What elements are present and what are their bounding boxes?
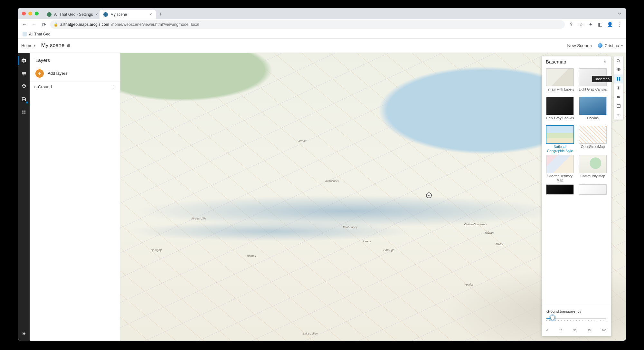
ground-transparency-slider[interactable] [546, 316, 606, 325]
basemap-item-dark-gray-canvas[interactable]: Dark Gray Canvas [545, 97, 575, 124]
sidepanel-icon[interactable]: ◧ [597, 22, 603, 27]
nav-back-button[interactable]: ← [21, 22, 28, 27]
basemap-gallery[interactable]: Terrain with Labels Light Gray Canvas Da… [542, 67, 611, 306]
tool-search-icon[interactable] [614, 56, 623, 65]
map-place-label: Lancy [363, 240, 371, 243]
user-avatar-icon [598, 43, 602, 48]
chevron-down-icon: ▾ [621, 44, 623, 47]
browser-tab-scene[interactable]: My scene × [99, 10, 156, 19]
tab-list-button[interactable] [618, 12, 621, 15]
tab-close-icon[interactable]: × [96, 12, 98, 17]
nav-save-icon[interactable] [21, 96, 27, 102]
map-place-label: Carouge [383, 248, 394, 252]
ground-transparency-section: Ground transparency 0 25 50 75 100 [542, 306, 611, 336]
basemap-item-charted-territory-map[interactable]: Charted Territory Map [545, 155, 575, 182]
tool-basemap-icon[interactable]: Basemap [614, 74, 623, 83]
profile-icon[interactable]: 👤 [607, 22, 613, 27]
scene-title[interactable]: My scene [41, 42, 71, 49]
map-place-label: Thônex [484, 231, 494, 234]
tool-share-icon[interactable] [614, 102, 623, 111]
tool-weather-icon[interactable] [614, 92, 623, 102]
slider-thumb[interactable] [550, 316, 555, 320]
nav-settings-icon[interactable] [21, 83, 27, 90]
layer-more-button[interactable]: ⋮ [111, 84, 116, 89]
map-place-label: Bernex [247, 254, 256, 258]
svg-point-5 [619, 114, 620, 115]
window-zoom-icon[interactable] [35, 12, 39, 15]
user-menu[interactable]: Cristina ▾ [598, 43, 623, 48]
tab-title: All That Geo - Settings [54, 12, 93, 17]
star-icon[interactable]: ☆ [578, 22, 584, 27]
map-place-label: Vernier [298, 139, 307, 142]
tool-layers-icon[interactable] [614, 65, 623, 74]
basemap-label: Light Gray Canvas [579, 87, 607, 95]
close-panel-button[interactable]: ✕ [603, 59, 607, 64]
map-view[interactable]: Vernier Avanchets Aire-la-Ville Cartigny… [120, 53, 626, 341]
nav-reload-button[interactable]: ⟳ [41, 22, 47, 28]
window-controls[interactable] [22, 12, 39, 15]
basemap-item-national-geographic-style[interactable]: National Geographic Style [545, 126, 575, 153]
basemap-panel: Basemap ✕ Terrain with Labels Light Gray… [542, 56, 611, 336]
browser-tabstrip: All That Geo - Settings × My scene × + [18, 8, 626, 19]
buildings-icon [66, 43, 71, 48]
new-tab-button[interactable]: + [156, 10, 165, 19]
extensions-icon[interactable]: ✦ [587, 22, 594, 27]
map-place-label: Veyrier [464, 283, 473, 286]
lock-icon: 🔒 [53, 22, 58, 27]
layer-item-ground[interactable]: › Ground ⋮ [30, 82, 120, 92]
basemap-thumb-icon [546, 126, 574, 144]
home-label: Home [21, 43, 33, 48]
tool-daylight-icon[interactable] [614, 83, 623, 92]
nav-present-icon[interactable] [21, 70, 27, 77]
nav-expand-icon[interactable] [21, 330, 27, 337]
basemap-label: National Geographic Style [545, 145, 575, 153]
bookmark-item[interactable]: All That Geo [29, 32, 50, 36]
basemap-thumb-icon [546, 155, 574, 173]
window-minimize-icon[interactable] [28, 12, 32, 15]
nav-forward-button[interactable]: → [31, 22, 37, 27]
layer-label: Ground [38, 84, 52, 89]
window-close-icon[interactable] [22, 12, 26, 15]
basemap-item-community-map[interactable]: Community Map [578, 155, 608, 182]
plus-icon: + [35, 69, 44, 78]
basemap-item-oceans[interactable]: Oceans [578, 97, 608, 124]
basemap-panel-title: Basemap [546, 59, 566, 64]
add-layers-label: Add layers [48, 71, 67, 76]
tab-close-icon[interactable]: × [149, 12, 152, 17]
chevron-right-icon: › [34, 85, 35, 89]
layers-panel: Layers + Add layers › Ground ⋮ [30, 53, 120, 341]
home-menu[interactable]: Home ▾ [21, 43, 35, 48]
favicon-icon [103, 12, 108, 17]
browser-address-bar: ← → ⟳ 🔒 allthatgeo.maps.arcgis.com/home/… [18, 19, 626, 30]
basemap-label: Charted Territory Map [545, 174, 575, 182]
add-layers-button[interactable]: + Add layers [30, 67, 120, 82]
tool-settings-icon[interactable] [614, 111, 623, 120]
url-host: allthatgeo.maps.arcgis.com [60, 22, 109, 27]
map-place-label: Cartigny [151, 248, 162, 252]
svg-point-6 [618, 115, 619, 116]
browser-menu-icon[interactable]: ⋮ [616, 22, 623, 27]
basemap-item-partial-1[interactable] [545, 184, 575, 195]
url-path: /home/webscene/viewer.html?viewingmode=l… [111, 22, 199, 27]
new-scene-menu[interactable]: New Scene ▾ [567, 43, 592, 48]
app-header: Home ▾ My scene New Scene ▾ Cristina ▾ [18, 39, 626, 53]
share-icon[interactable]: ⇪ [568, 22, 574, 27]
basemap-label: Dark Gray Canvas [546, 116, 574, 124]
basemap-item-openstreetmap[interactable]: OpenStreetMap [578, 126, 608, 153]
basemap-thumb-icon [579, 184, 607, 195]
bookmark-favicon-icon [23, 32, 27, 36]
basemap-thumb-icon [546, 184, 574, 195]
browser-tab-settings[interactable]: All That Geo - Settings × [43, 10, 99, 19]
map-center-marker-icon [426, 192, 432, 198]
map-place-label: Petit-Lancy [343, 226, 357, 229]
map-place-label: Saint-Julien [302, 332, 317, 335]
nav-layers-icon[interactable] [21, 57, 27, 64]
tab-title: My scene [110, 12, 127, 17]
basemap-label: Terrain with Labels [546, 87, 574, 95]
url-field[interactable]: 🔒 allthatgeo.maps.arcgis.com/home/websce… [50, 20, 565, 29]
map-place-label: Aire-la-Ville [191, 217, 206, 220]
basemap-item-terrain-with-labels[interactable]: Terrain with Labels [545, 68, 575, 95]
nav-apps-icon[interactable] [21, 109, 27, 115]
basemap-item-partial-2[interactable] [578, 184, 608, 195]
user-name: Cristina [604, 43, 619, 48]
